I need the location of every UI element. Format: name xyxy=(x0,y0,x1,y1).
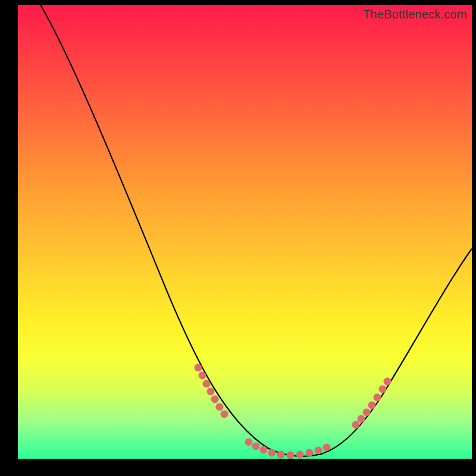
dots-left-cluster xyxy=(195,364,228,418)
svg-point-3 xyxy=(207,388,215,396)
svg-point-1 xyxy=(199,372,206,380)
svg-point-16 xyxy=(323,444,331,452)
svg-point-18 xyxy=(358,415,365,423)
svg-point-5 xyxy=(216,403,224,411)
svg-point-10 xyxy=(268,449,276,457)
svg-point-4 xyxy=(211,396,219,403)
svg-point-23 xyxy=(384,378,392,386)
svg-point-17 xyxy=(352,421,360,429)
svg-point-22 xyxy=(379,386,387,393)
svg-point-6 xyxy=(221,411,228,418)
svg-point-20 xyxy=(368,402,376,409)
chart-svg xyxy=(18,5,472,459)
chart-container: TheBottleneck.com xyxy=(0,0,476,476)
svg-point-19 xyxy=(363,409,371,416)
svg-point-8 xyxy=(252,443,260,450)
svg-point-13 xyxy=(296,451,304,459)
svg-point-14 xyxy=(306,449,314,457)
svg-point-9 xyxy=(260,446,268,454)
svg-point-0 xyxy=(195,364,202,372)
bottleneck-curve xyxy=(40,5,472,456)
svg-point-21 xyxy=(374,394,381,402)
svg-point-7 xyxy=(245,439,253,446)
svg-point-15 xyxy=(315,447,322,455)
svg-point-2 xyxy=(203,380,211,388)
svg-point-12 xyxy=(287,452,295,459)
svg-point-11 xyxy=(277,451,285,459)
dots-right-cluster xyxy=(352,378,392,429)
plot-area: TheBottleneck.com xyxy=(18,5,472,459)
